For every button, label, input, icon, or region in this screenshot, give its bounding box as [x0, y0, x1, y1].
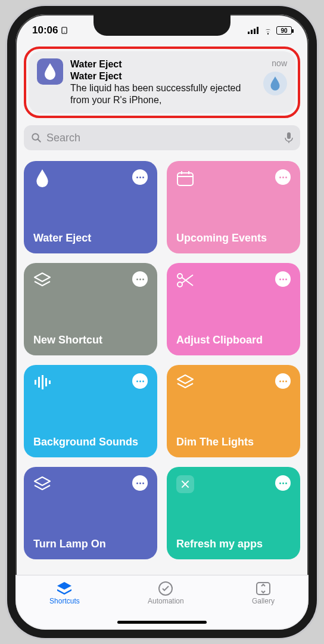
tile-label: Adjust Clipboard [176, 334, 291, 347]
iphone-frame: 10:06 90 Water Eject Water Eject The liq… [7, 6, 317, 638]
svg-rect-5 [257, 27, 258, 34]
svg-rect-3 [251, 30, 253, 34]
tile-label: Water Eject [33, 232, 148, 245]
more-button[interactable] [132, 169, 148, 185]
shortcut-tile[interactable]: Turn Lamp On [24, 467, 157, 559]
status-time: 10:06 [32, 24, 58, 36]
tab-label: Gallery [252, 597, 275, 605]
tile-label: Turn Lamp On [33, 538, 148, 551]
app-icon [176, 475, 194, 493]
shortcut-tile[interactable]: Upcoming Events [167, 161, 300, 253]
svg-rect-19 [42, 375, 43, 389]
svg-rect-21 [49, 380, 51, 384]
more-button[interactable] [275, 169, 291, 185]
notification-timestamp: now [272, 58, 287, 68]
notification-highlight: Water Eject Water Eject The liquid has b… [24, 47, 300, 118]
microphone-icon[interactable] [285, 132, 293, 144]
shortcut-tile[interactable]: Water Eject [24, 161, 157, 253]
notification[interactable]: Water Eject Water Eject The liquid has b… [29, 51, 295, 113]
svg-rect-20 [45, 378, 47, 386]
shortcut-tile[interactable]: Background Sounds [24, 365, 157, 457]
notch [94, 14, 230, 36]
svg-rect-18 [38, 377, 40, 388]
svg-rect-4 [254, 29, 256, 34]
drop-icon [269, 76, 281, 91]
svg-point-1 [64, 32, 65, 32]
more-button[interactable] [132, 271, 148, 287]
shortcut-tile[interactable]: Adjust Clipboard [167, 263, 300, 355]
drop-icon [33, 169, 51, 187]
stack-icon [33, 271, 51, 289]
svg-rect-8 [287, 132, 291, 139]
tab-label: Automation [148, 597, 184, 605]
notification-message: The liquid has been successfully ejected… [70, 82, 256, 106]
shortcut-tile[interactable]: Refresh my apps [167, 467, 300, 559]
cellular-icon [248, 27, 260, 34]
notification-side-icon [263, 72, 287, 95]
tile-label: Upcoming Events [176, 232, 291, 245]
tile-label: New Shortcut [33, 334, 148, 347]
tab-shortcuts[interactable]: Shortcuts [49, 581, 80, 630]
stack-icon [33, 475, 51, 493]
search-field[interactable] [24, 125, 300, 150]
more-button[interactable] [132, 475, 148, 491]
tab-gallery[interactable]: Gallery [252, 581, 275, 630]
wifi-icon [263, 26, 273, 35]
svg-rect-0 [62, 27, 67, 34]
svg-line-7 [38, 139, 40, 142]
more-button[interactable] [275, 373, 291, 389]
tab-icon [56, 581, 73, 596]
search-input[interactable] [46, 132, 280, 144]
more-button[interactable] [275, 475, 291, 491]
tab-label: Shortcuts [49, 597, 80, 605]
shortcut-tile[interactable]: Dim The Lights [167, 365, 300, 457]
drop-icon [43, 63, 57, 80]
search-icon [31, 132, 42, 143]
notification-app-icon [37, 58, 63, 85]
shortcut-tile[interactable]: New Shortcut [24, 263, 157, 355]
shortcuts-grid: Water EjectUpcoming EventsNew ShortcutAd… [24, 161, 300, 630]
more-button[interactable] [132, 373, 148, 389]
svg-rect-17 [35, 380, 36, 385]
calendar-icon [176, 169, 194, 187]
tab-icon [255, 581, 272, 596]
tab-icon [157, 581, 174, 596]
notification-title: Water Eject [70, 70, 256, 82]
scissors-icon [176, 271, 194, 289]
stack-icon [176, 373, 194, 391]
orientation-lock-icon [60, 26, 68, 35]
home-indicator[interactable] [117, 621, 207, 624]
bars-icon [33, 373, 51, 391]
tile-label: Refresh my apps [176, 538, 291, 551]
tile-label: Background Sounds [33, 436, 148, 449]
tile-label: Dim The Lights [176, 436, 291, 449]
svg-rect-9 [177, 173, 193, 185]
svg-rect-2 [248, 32, 250, 34]
more-button[interactable] [275, 271, 291, 287]
battery-icon: 90 [276, 26, 292, 35]
notification-app-title: Water Eject [70, 58, 256, 70]
